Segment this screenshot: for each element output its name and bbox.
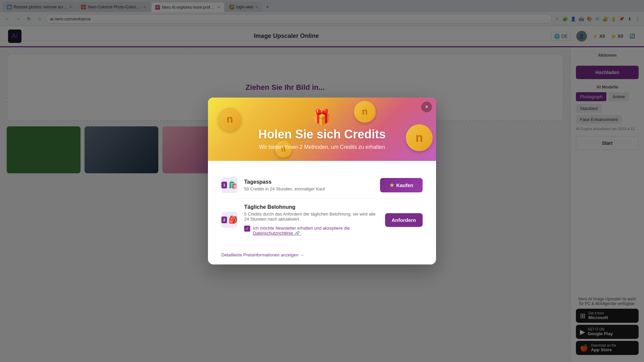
newsletter-checkbox[interactable]: ✓ [244, 226, 250, 232]
daily-reward-info: Tägliche Belohnung 5 Credits durch das A… [244, 204, 378, 236]
coin-1: n [218, 108, 241, 131]
day-pass-icon: 1 🛍️ [221, 177, 237, 193]
gift-icon: 🎁 [258, 108, 386, 126]
newsletter-row: ✓ Ich möchte Newsletter erhalten und akz… [244, 226, 378, 236]
pricing-link[interactable]: Detaillierte Preisinformationen anzeigen… [221, 252, 304, 257]
daily-reward-action: Anfordern [385, 213, 423, 227]
reward-bag-icon: 🎒 [228, 216, 237, 224]
modal-title: Holen Sie sich Credits [258, 127, 386, 141]
daily-reward-desc: 5 Credits durch das Anfordern der täglic… [244, 212, 378, 222]
buy-button[interactable]: ★ Kaufen [380, 178, 423, 192]
daily-reward-row: 2 🎒 Tägliche Belohnung 5 Credits durch d… [221, 199, 423, 241]
day-pass-info: Tagespass 50 Credits in 24 Stunden, einm… [244, 179, 373, 191]
modal-title-area: 🎁 Holen Sie sich Credits Wir bieten Ihne… [258, 108, 386, 150]
daily-reward-title: Tägliche Belohnung [244, 204, 378, 210]
day-pass-desc: 50 Credits in 24 Stunden, einmaliger Kau… [244, 186, 373, 191]
credits-modal: × n n n n 🎁 Holen Sie sich Credits Wir b… [208, 98, 436, 264]
buy-star-icon: ★ [389, 182, 394, 188]
day-pass-title: Tagespass [244, 179, 373, 185]
modal-subtitle: Wir bieten Ihnen 2 Methoden, um Credits … [258, 144, 386, 150]
bag-icon: 🛍️ [228, 181, 237, 189]
request-button[interactable]: Anfordern [385, 213, 423, 227]
buy-label: Kaufen [396, 182, 413, 188]
modal-footer: Detaillierte Preisinformationen anzeigen… [208, 252, 436, 264]
daily-reward-num: 2 [221, 217, 227, 223]
modal-body: 1 🛍️ Tagespass 50 Credits in 24 Stunden,… [208, 161, 436, 252]
coin-3: n [406, 124, 433, 151]
day-pass-action: ★ Kaufen [380, 178, 423, 192]
modal-overlay[interactable]: × n n n n 🎁 Holen Sie sich Credits Wir b… [0, 0, 644, 362]
modal-header: × n n n n 🎁 Holen Sie sich Credits Wir b… [208, 98, 436, 161]
newsletter-text: Ich möchte Newsletter erhalten und akzep… [253, 226, 378, 236]
daily-reward-icon: 2 🎒 [221, 212, 237, 228]
modal-close-button[interactable]: × [421, 102, 432, 112]
day-pass-num: 1 [221, 182, 227, 188]
day-pass-row: 1 🛍️ Tagespass 50 Credits in 24 Stunden,… [221, 172, 423, 199]
close-icon: × [425, 104, 428, 110]
datenschutz-link[interactable]: Datenschutzrichtlinie 🔗 [253, 231, 301, 236]
